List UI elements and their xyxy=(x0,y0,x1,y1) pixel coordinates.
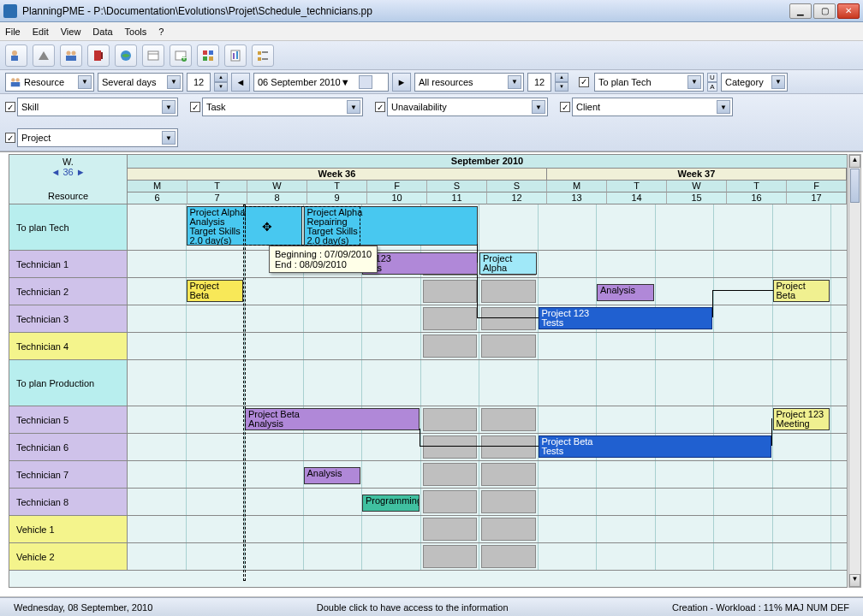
filter-unavail[interactable]: Unavailability▼ xyxy=(387,98,548,116)
row-t8[interactable]: Technician 8 xyxy=(9,489,847,516)
combo-allresources[interactable]: All resources ▼ xyxy=(414,73,524,92)
menu-data[interactable]: Data xyxy=(92,27,112,37)
chk-project[interactable]: ✓ xyxy=(5,133,15,143)
filter-skill[interactable]: Skill▼ xyxy=(17,98,178,116)
combo-category-label: Category xyxy=(725,77,764,87)
chk-unavail[interactable]: ✓ xyxy=(375,102,385,112)
menu-help[interactable]: ? xyxy=(158,27,164,37)
task-alpha-delivery[interactable]: Project AlphaDelivery xyxy=(479,252,537,275)
window-title: PlanningPME - P:\Documentation\Evolution… xyxy=(22,5,788,17)
row-label: Technician 5 xyxy=(9,406,128,433)
tool-1[interactable] xyxy=(5,44,27,67)
filter-task[interactable]: Task▼ xyxy=(202,98,363,116)
filter-client[interactable]: Client▼ xyxy=(572,98,733,116)
combo-view[interactable]: Several days ▼ xyxy=(98,73,183,92)
daynum-header: 13 xyxy=(547,192,607,204)
tool-7[interactable]: + xyxy=(170,44,192,67)
task-project123-tests[interactable]: Project 123Tests xyxy=(539,307,713,329)
minimize-button[interactable]: ▁ xyxy=(789,3,812,19)
task-programming[interactable]: Programming xyxy=(362,495,420,512)
row-t3[interactable]: Technician 3 xyxy=(9,305,847,333)
task-beta-analysis[interactable]: Project BetaAnalysis xyxy=(245,408,420,430)
spin-left-buttons[interactable]: ▲▼ xyxy=(214,73,228,92)
task-project123-meeting[interactable]: Project 123Meeting xyxy=(773,408,830,430)
tool-10[interactable] xyxy=(252,44,274,67)
day-header: T xyxy=(607,181,667,192)
scroll-up[interactable]: ▲ xyxy=(849,155,860,168)
filter-project[interactable]: Project▼ xyxy=(17,128,178,147)
spin-right-buttons[interactable]: ▲▼ xyxy=(555,73,568,92)
row-t7[interactable]: Technician 7 xyxy=(9,461,847,489)
app-icon xyxy=(3,4,17,18)
combo-category[interactable]: Category ▼ xyxy=(721,73,788,92)
corner-header: W. ◄ 36 ► Resource xyxy=(9,155,128,204)
vertical-scrollbar[interactable]: ▲ ▼ xyxy=(848,154,861,588)
week36-header: Week 36 xyxy=(128,169,547,181)
svg-point-24 xyxy=(11,78,15,81)
tool-6[interactable] xyxy=(142,44,164,67)
task-beta-delivery[interactable]: Project BetaDelivery xyxy=(773,280,830,302)
nav-next[interactable]: ► xyxy=(392,73,411,92)
tool-2[interactable] xyxy=(33,44,55,67)
task-analysis-t7[interactable]: Analysis xyxy=(304,467,361,484)
row-label: Technician 3 xyxy=(9,305,128,332)
combo-toplan[interactable]: To plan Tech ▼ xyxy=(594,73,704,92)
row-t5[interactable]: Technician 5 xyxy=(9,406,847,434)
task-analysis-t2[interactable]: Analysis xyxy=(597,284,654,301)
maximize-button[interactable]: ▢ xyxy=(813,3,836,19)
row-v1[interactable]: Vehicle 1 xyxy=(9,516,847,543)
task-beta-tests[interactable]: Project BetaTests xyxy=(539,435,771,458)
tool-8[interactable] xyxy=(197,44,219,67)
row-label: Technician 1 xyxy=(9,251,128,277)
week-label: W. xyxy=(9,157,127,167)
svg-rect-22 xyxy=(258,57,261,61)
svg-rect-15 xyxy=(203,56,207,61)
row-toplan_prod[interactable]: To plan Production xyxy=(9,360,847,406)
task-project123-analysis[interactable]: ct 123ysis xyxy=(362,252,478,275)
scroll-thumb[interactable] xyxy=(850,169,860,203)
day-header: W xyxy=(667,181,727,192)
row-v2[interactable]: Vehicle 2 xyxy=(9,543,847,571)
task-beta-appointment[interactable]: Project BetaAppointment xyxy=(187,280,244,302)
tool-9[interactable] xyxy=(224,44,247,67)
nav-prev[interactable]: ◄ xyxy=(231,73,250,92)
row-t4[interactable]: Technician 4 xyxy=(9,333,847,360)
drag-marquee xyxy=(245,206,360,246)
menu-edit[interactable]: Edit xyxy=(33,27,49,37)
connector-line xyxy=(771,418,772,446)
people-icon xyxy=(9,76,21,88)
tool-5[interactable] xyxy=(115,44,137,67)
row-t2[interactable]: Technician 2 xyxy=(9,278,847,305)
spin-right-value[interactable]: 12 xyxy=(527,73,551,92)
ua-toggle[interactable]: UA xyxy=(707,73,717,92)
tool-4[interactable] xyxy=(87,44,110,67)
spin-left-value[interactable]: 12 xyxy=(187,73,211,92)
drag-guideline xyxy=(243,204,246,581)
svg-rect-23 xyxy=(262,58,268,60)
day-header: T xyxy=(187,181,247,192)
daynum-header: 14 xyxy=(607,192,667,204)
filterbar: ✓ Skill▼ ✓ Task▼ ✓ Unavailability▼ ✓ Cli… xyxy=(0,94,863,151)
combo-resource[interactable]: Resource ▼ xyxy=(5,73,94,92)
chk-task[interactable]: ✓ xyxy=(190,102,200,112)
svg-rect-20 xyxy=(258,51,261,55)
week-nav[interactable]: ◄ 36 ► xyxy=(9,167,127,177)
chk-client[interactable]: ✓ xyxy=(560,102,570,112)
menu-file[interactable]: File xyxy=(5,27,21,37)
scroll-down[interactable]: ▼ xyxy=(849,574,860,587)
day-header: F xyxy=(787,181,847,192)
date-picker[interactable]: 06 September 2010 ▼ xyxy=(253,73,389,92)
dropdown-icon: ▼ xyxy=(508,75,521,89)
day-header: T xyxy=(727,181,787,192)
chk-skill[interactable]: ✓ xyxy=(5,102,15,112)
dropdown-icon: ▼ xyxy=(771,75,785,89)
schedule-grid[interactable]: W. ◄ 36 ► Resource September 2010 Week 3… xyxy=(9,154,848,588)
tool-3[interactable] xyxy=(60,44,82,67)
menu-view[interactable]: View xyxy=(61,27,81,37)
dropdown-icon: ▼ xyxy=(167,75,181,89)
daynum-header: 8 xyxy=(247,192,307,204)
combo-toplan-label: To plan Tech xyxy=(598,77,652,87)
close-button[interactable]: ✕ xyxy=(837,3,860,19)
menu-tools[interactable]: Tools xyxy=(125,27,147,37)
chk-toplan[interactable]: ✓ xyxy=(579,77,589,87)
